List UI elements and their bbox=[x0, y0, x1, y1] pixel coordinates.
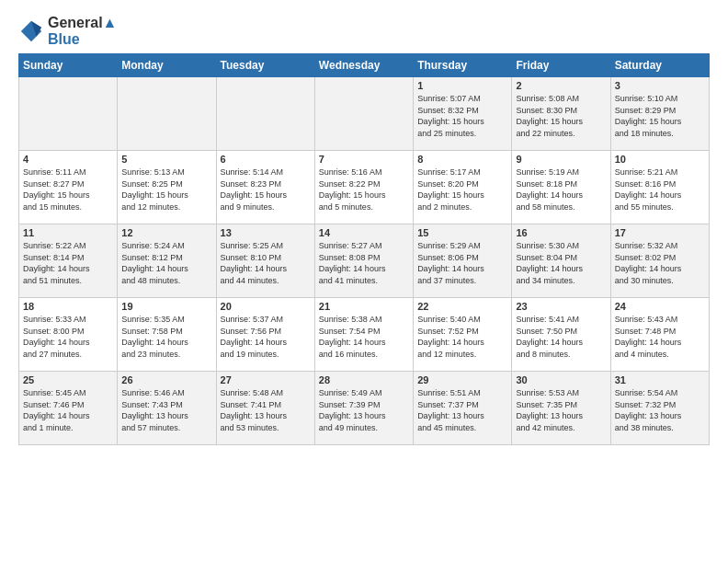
day-info: Sunrise: 5:27 AM Sunset: 8:08 PM Dayligh… bbox=[319, 240, 409, 286]
day-cell: 7Sunrise: 5:16 AM Sunset: 8:22 PM Daylig… bbox=[314, 151, 413, 224]
day-info: Sunrise: 5:14 AM Sunset: 8:23 PM Dayligh… bbox=[221, 167, 311, 213]
day-number: 22 bbox=[417, 301, 507, 312]
day-cell: 20Sunrise: 5:37 AM Sunset: 7:56 PM Dayli… bbox=[216, 298, 314, 372]
day-cell: 18Sunrise: 5:33 AM Sunset: 8:00 PM Dayli… bbox=[19, 298, 118, 372]
day-cell: 30Sunrise: 5:53 AM Sunset: 7:35 PM Dayli… bbox=[512, 372, 610, 445]
day-header-thursday: Thursday bbox=[414, 54, 512, 77]
day-number: 16 bbox=[516, 227, 606, 238]
day-cell: 19Sunrise: 5:35 AM Sunset: 7:58 PM Dayli… bbox=[118, 298, 216, 372]
day-cell: 22Sunrise: 5:40 AM Sunset: 7:52 PM Dayli… bbox=[414, 298, 512, 372]
day-info: Sunrise: 5:13 AM Sunset: 8:25 PM Dayligh… bbox=[121, 167, 211, 213]
day-info: Sunrise: 5:33 AM Sunset: 8:00 PM Dayligh… bbox=[23, 314, 113, 360]
day-cell: 17Sunrise: 5:32 AM Sunset: 8:02 PM Dayli… bbox=[610, 224, 709, 298]
calendar-table: SundayMondayTuesdayWednesdayThursdayFrid… bbox=[18, 53, 710, 445]
day-cell: 21Sunrise: 5:38 AM Sunset: 7:54 PM Dayli… bbox=[314, 298, 413, 372]
day-cell: 2Sunrise: 5:08 AM Sunset: 8:30 PM Daylig… bbox=[512, 77, 610, 151]
day-number: 11 bbox=[23, 227, 113, 238]
day-info: Sunrise: 5:10 AM Sunset: 8:29 PM Dayligh… bbox=[615, 93, 705, 139]
logo-text: General▲ Blue bbox=[48, 15, 117, 48]
day-info: Sunrise: 5:21 AM Sunset: 8:16 PM Dayligh… bbox=[615, 167, 705, 213]
day-info: Sunrise: 5:11 AM Sunset: 8:27 PM Dayligh… bbox=[23, 167, 113, 213]
day-cell bbox=[19, 77, 118, 151]
day-cell: 4Sunrise: 5:11 AM Sunset: 8:27 PM Daylig… bbox=[19, 151, 118, 224]
day-number: 10 bbox=[615, 154, 705, 165]
day-cell: 8Sunrise: 5:17 AM Sunset: 8:20 PM Daylig… bbox=[414, 151, 512, 224]
day-number: 30 bbox=[516, 374, 606, 385]
day-cell: 3Sunrise: 5:10 AM Sunset: 8:29 PM Daylig… bbox=[610, 77, 709, 151]
day-number: 2 bbox=[516, 80, 606, 91]
day-number: 13 bbox=[221, 227, 311, 238]
day-info: Sunrise: 5:38 AM Sunset: 7:54 PM Dayligh… bbox=[319, 314, 409, 360]
day-number: 20 bbox=[221, 301, 311, 312]
page-container: General▲ Blue SundayMondayTuesdayWednesd… bbox=[0, 0, 728, 454]
day-number: 25 bbox=[23, 374, 113, 385]
day-cell: 25Sunrise: 5:45 AM Sunset: 7:46 PM Dayli… bbox=[19, 372, 118, 445]
day-number: 14 bbox=[319, 227, 409, 238]
day-number: 7 bbox=[319, 154, 409, 165]
day-header-wednesday: Wednesday bbox=[314, 54, 413, 77]
day-cell bbox=[216, 77, 314, 151]
day-info: Sunrise: 5:25 AM Sunset: 8:10 PM Dayligh… bbox=[221, 240, 311, 286]
day-number: 1 bbox=[417, 80, 507, 91]
day-info: Sunrise: 5:54 AM Sunset: 7:32 PM Dayligh… bbox=[615, 387, 705, 433]
day-info: Sunrise: 5:46 AM Sunset: 7:43 PM Dayligh… bbox=[121, 387, 211, 433]
day-info: Sunrise: 5:16 AM Sunset: 8:22 PM Dayligh… bbox=[319, 167, 409, 213]
day-info: Sunrise: 5:53 AM Sunset: 7:35 PM Dayligh… bbox=[516, 387, 606, 433]
day-number: 3 bbox=[615, 80, 705, 91]
logo: General▲ Blue bbox=[18, 15, 117, 48]
day-cell bbox=[118, 77, 216, 151]
day-info: Sunrise: 5:24 AM Sunset: 8:12 PM Dayligh… bbox=[121, 240, 211, 286]
day-number: 9 bbox=[516, 154, 606, 165]
day-info: Sunrise: 5:41 AM Sunset: 7:50 PM Dayligh… bbox=[516, 314, 606, 360]
day-cell: 28Sunrise: 5:49 AM Sunset: 7:39 PM Dayli… bbox=[314, 372, 413, 445]
day-cell: 29Sunrise: 5:51 AM Sunset: 7:37 PM Dayli… bbox=[414, 372, 512, 445]
day-info: Sunrise: 5:30 AM Sunset: 8:04 PM Dayligh… bbox=[516, 240, 606, 286]
day-info: Sunrise: 5:08 AM Sunset: 8:30 PM Dayligh… bbox=[516, 93, 606, 139]
day-info: Sunrise: 5:49 AM Sunset: 7:39 PM Dayligh… bbox=[319, 387, 409, 433]
header: General▲ Blue bbox=[18, 15, 710, 48]
day-number: 15 bbox=[417, 227, 507, 238]
day-cell: 31Sunrise: 5:54 AM Sunset: 7:32 PM Dayli… bbox=[610, 372, 709, 445]
day-number: 19 bbox=[121, 301, 211, 312]
day-number: 17 bbox=[615, 227, 705, 238]
day-info: Sunrise: 5:19 AM Sunset: 8:18 PM Dayligh… bbox=[516, 167, 606, 213]
week-row-3: 11Sunrise: 5:22 AM Sunset: 8:14 PM Dayli… bbox=[19, 224, 710, 298]
day-cell: 23Sunrise: 5:41 AM Sunset: 7:50 PM Dayli… bbox=[512, 298, 610, 372]
day-cell: 5Sunrise: 5:13 AM Sunset: 8:25 PM Daylig… bbox=[118, 151, 216, 224]
day-header-friday: Friday bbox=[512, 54, 610, 77]
day-number: 27 bbox=[221, 374, 311, 385]
day-number: 24 bbox=[615, 301, 705, 312]
day-number: 26 bbox=[121, 374, 211, 385]
day-cell: 9Sunrise: 5:19 AM Sunset: 8:18 PM Daylig… bbox=[512, 151, 610, 224]
day-header-monday: Monday bbox=[118, 54, 216, 77]
header-row: SundayMondayTuesdayWednesdayThursdayFrid… bbox=[19, 54, 710, 77]
day-cell: 27Sunrise: 5:48 AM Sunset: 7:41 PM Dayli… bbox=[216, 372, 314, 445]
day-cell: 14Sunrise: 5:27 AM Sunset: 8:08 PM Dayli… bbox=[314, 224, 413, 298]
day-number: 12 bbox=[121, 227, 211, 238]
logo-icon bbox=[18, 18, 44, 44]
day-number: 5 bbox=[121, 154, 211, 165]
day-number: 28 bbox=[319, 374, 409, 385]
day-number: 21 bbox=[319, 301, 409, 312]
day-cell: 16Sunrise: 5:30 AM Sunset: 8:04 PM Dayli… bbox=[512, 224, 610, 298]
day-info: Sunrise: 5:40 AM Sunset: 7:52 PM Dayligh… bbox=[417, 314, 507, 360]
day-info: Sunrise: 5:37 AM Sunset: 7:56 PM Dayligh… bbox=[221, 314, 311, 360]
day-info: Sunrise: 5:22 AM Sunset: 8:14 PM Dayligh… bbox=[23, 240, 113, 286]
day-number: 23 bbox=[516, 301, 606, 312]
day-number: 18 bbox=[23, 301, 113, 312]
day-cell: 1Sunrise: 5:07 AM Sunset: 8:32 PM Daylig… bbox=[414, 77, 512, 151]
day-number: 4 bbox=[23, 154, 113, 165]
day-number: 6 bbox=[221, 154, 311, 165]
day-cell: 6Sunrise: 5:14 AM Sunset: 8:23 PM Daylig… bbox=[216, 151, 314, 224]
day-info: Sunrise: 5:43 AM Sunset: 7:48 PM Dayligh… bbox=[615, 314, 705, 360]
week-row-2: 4Sunrise: 5:11 AM Sunset: 8:27 PM Daylig… bbox=[19, 151, 710, 224]
day-cell: 13Sunrise: 5:25 AM Sunset: 8:10 PM Dayli… bbox=[216, 224, 314, 298]
day-info: Sunrise: 5:07 AM Sunset: 8:32 PM Dayligh… bbox=[417, 93, 507, 139]
day-info: Sunrise: 5:45 AM Sunset: 7:46 PM Dayligh… bbox=[23, 387, 113, 433]
week-row-4: 18Sunrise: 5:33 AM Sunset: 8:00 PM Dayli… bbox=[19, 298, 710, 372]
day-cell: 24Sunrise: 5:43 AM Sunset: 7:48 PM Dayli… bbox=[610, 298, 709, 372]
day-info: Sunrise: 5:35 AM Sunset: 7:58 PM Dayligh… bbox=[121, 314, 211, 360]
day-header-tuesday: Tuesday bbox=[216, 54, 314, 77]
day-info: Sunrise: 5:51 AM Sunset: 7:37 PM Dayligh… bbox=[417, 387, 507, 433]
day-header-saturday: Saturday bbox=[610, 54, 709, 77]
